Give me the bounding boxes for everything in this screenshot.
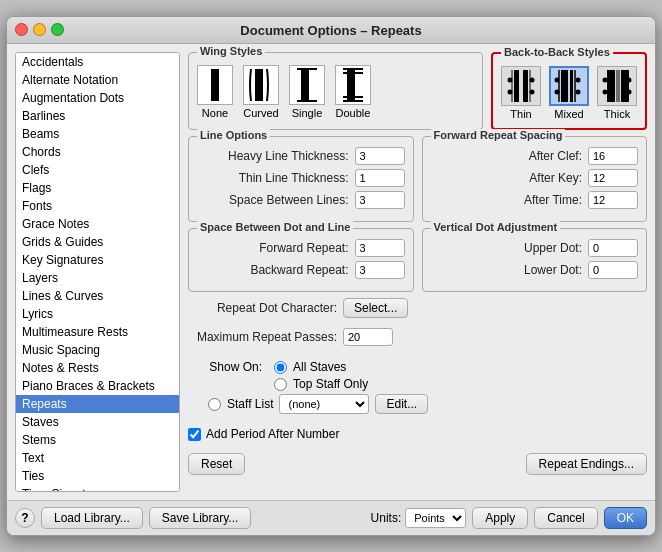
action-buttons-row: Reset Repeat Endings... — [188, 453, 647, 475]
wing-single[interactable]: Single — [289, 65, 325, 119]
backward-repeat-label: Backward Repeat: — [197, 263, 355, 277]
sidebar-item-clefs[interactable]: Clefs — [16, 161, 179, 179]
sidebar-item-lines-and-curves[interactable]: Lines & Curves — [16, 287, 179, 305]
show-on-section: Show On: All Staves Top Staff Only Staff… — [188, 360, 647, 417]
sidebar-item-lyrics[interactable]: Lyrics — [16, 305, 179, 323]
bottom-bar: ? Load Library... Save Library... Units:… — [7, 500, 655, 535]
units-select[interactable]: Points — [405, 508, 466, 528]
load-library-button[interactable]: Load Library... — [41, 507, 143, 529]
b2b-thick-icon[interactable] — [597, 66, 637, 106]
save-library-button[interactable]: Save Library... — [149, 507, 251, 529]
after-time-label: After Time: — [431, 193, 589, 207]
wing-single-icon[interactable] — [289, 65, 325, 105]
backward-repeat-input[interactable] — [355, 261, 405, 279]
wing-double-icon[interactable] — [335, 65, 371, 105]
b2b-thin[interactable]: Thin — [501, 66, 541, 120]
space-dot-fields: Forward Repeat: Backward Repeat: — [197, 239, 405, 279]
sidebar-item-grids-and-guides[interactable]: Grids & Guides — [16, 233, 179, 251]
sidebar-item-key-signatures[interactable]: Key Signatures — [16, 251, 179, 269]
sidebar-item-piano-braces-and-brackets[interactable]: Piano Braces & Brackets — [16, 377, 179, 395]
edit-button[interactable]: Edit... — [375, 394, 428, 414]
sidebar-item-barlines[interactable]: Barlines — [16, 107, 179, 125]
svg-point-25 — [555, 90, 560, 95]
sidebar-item-stems[interactable]: Stems — [16, 431, 179, 449]
titlebar-buttons — [15, 23, 64, 36]
svg-point-34 — [627, 78, 632, 83]
close-button[interactable] — [15, 23, 28, 36]
sidebar-item-augmentation-dots[interactable]: Augmentation Dots — [16, 89, 179, 107]
svg-point-32 — [603, 78, 608, 83]
sidebar-item-layers[interactable]: Layers — [16, 269, 179, 287]
space-between-input[interactable] — [355, 191, 405, 209]
repeat-dot-label: Repeat Dot Character: — [188, 301, 343, 315]
svg-rect-4 — [301, 69, 309, 101]
upper-dot-input[interactable] — [588, 239, 638, 257]
b2b-thick[interactable]: Thick — [597, 66, 637, 120]
wing-none[interactable]: None — [197, 65, 233, 119]
sidebar-item-grace-notes[interactable]: Grace Notes — [16, 215, 179, 233]
svg-point-17 — [508, 90, 513, 95]
top-staff-radio[interactable] — [274, 378, 287, 391]
staff-list-select[interactable]: (none) — [279, 394, 369, 414]
svg-rect-31 — [621, 70, 629, 102]
sidebar-item-fonts[interactable]: Fonts — [16, 197, 179, 215]
sidebar-item-alternate-notation[interactable]: Alternate Notation — [16, 71, 179, 89]
sidebar-item-notes-and-rests[interactable]: Notes & Rests — [16, 359, 179, 377]
heavy-line-row: Heavy Line Thickness: — [197, 147, 405, 165]
staff-list-label: Staff List — [227, 397, 273, 411]
select-button[interactable]: Select... — [343, 298, 408, 318]
wing-curved[interactable]: Curved — [243, 65, 279, 119]
thin-line-label: Thin Line Thickness: — [197, 171, 355, 185]
backward-repeat-row: Backward Repeat: — [197, 261, 405, 279]
sidebar-item-ties[interactable]: Ties — [16, 467, 179, 485]
reset-button[interactable]: Reset — [188, 453, 245, 475]
help-button[interactable]: ? — [15, 508, 35, 528]
sidebar-item-accidentals[interactable]: Accidentals — [16, 53, 179, 71]
wing-none-icon[interactable] — [197, 65, 233, 105]
repeat-endings-button[interactable]: Repeat Endings... — [526, 453, 647, 475]
wing-double[interactable]: Double — [335, 65, 371, 119]
after-time-input[interactable] — [588, 191, 638, 209]
heavy-line-label: Heavy Line Thickness: — [197, 149, 355, 163]
sidebar-item-flags[interactable]: Flags — [16, 179, 179, 197]
max-repeat-input[interactable] — [343, 328, 393, 346]
staff-list-radio[interactable] — [208, 398, 221, 411]
window-title: Document Options – Repeats — [240, 23, 421, 38]
maximize-button[interactable] — [51, 23, 64, 36]
sidebar-item-chords[interactable]: Chords — [16, 143, 179, 161]
svg-rect-14 — [523, 70, 528, 102]
apply-button[interactable]: Apply — [472, 507, 528, 529]
cancel-button[interactable]: Cancel — [534, 507, 597, 529]
sidebar-item-text[interactable]: Text — [16, 449, 179, 467]
b2b-mixed[interactable]: Mixed — [549, 66, 589, 120]
all-staves-radio[interactable] — [274, 361, 287, 374]
minimize-button[interactable] — [33, 23, 46, 36]
sidebar-item-repeats[interactable]: Repeats — [16, 395, 179, 413]
wing-curved-icon[interactable] — [243, 65, 279, 105]
after-clef-input[interactable] — [588, 147, 638, 165]
b2b-mixed-icon[interactable] — [549, 66, 589, 106]
top-staff-label: Top Staff Only — [293, 377, 368, 391]
heavy-line-input[interactable] — [355, 147, 405, 165]
right-column: Forward Repeat Spacing After Clef: After… — [422, 136, 648, 292]
middle-row: Line Options Heavy Line Thickness: Thin … — [188, 136, 647, 292]
sidebar-item-time-signatures[interactable]: Time Signatures — [16, 485, 179, 492]
ok-button[interactable]: OK — [604, 507, 647, 529]
lower-dot-input[interactable] — [588, 261, 638, 279]
add-period-checkbox[interactable] — [188, 428, 201, 441]
sidebar-item-beams[interactable]: Beams — [16, 125, 179, 143]
sidebar-item-staves[interactable]: Staves — [16, 413, 179, 431]
after-key-input[interactable] — [588, 169, 638, 187]
b2b-thin-label: Thin — [510, 108, 531, 120]
line-options-section: Line Options Heavy Line Thickness: Thin … — [188, 136, 414, 222]
sidebar-item-multimeasure-rests[interactable]: Multimeasure Rests — [16, 323, 179, 341]
thin-line-input[interactable] — [355, 169, 405, 187]
sidebar[interactable]: AccidentalsAlternate NotationAugmentatio… — [15, 52, 180, 492]
wing-styles-row: None Cu — [197, 65, 474, 119]
forward-repeat-input[interactable] — [355, 239, 405, 257]
content: AccidentalsAlternate NotationAugmentatio… — [7, 44, 655, 500]
sidebar-item-music-spacing[interactable]: Music Spacing — [16, 341, 179, 359]
svg-point-24 — [555, 78, 560, 83]
space-dot-label: Space Between Dot and Line — [197, 221, 353, 233]
b2b-thin-icon[interactable] — [501, 66, 541, 106]
